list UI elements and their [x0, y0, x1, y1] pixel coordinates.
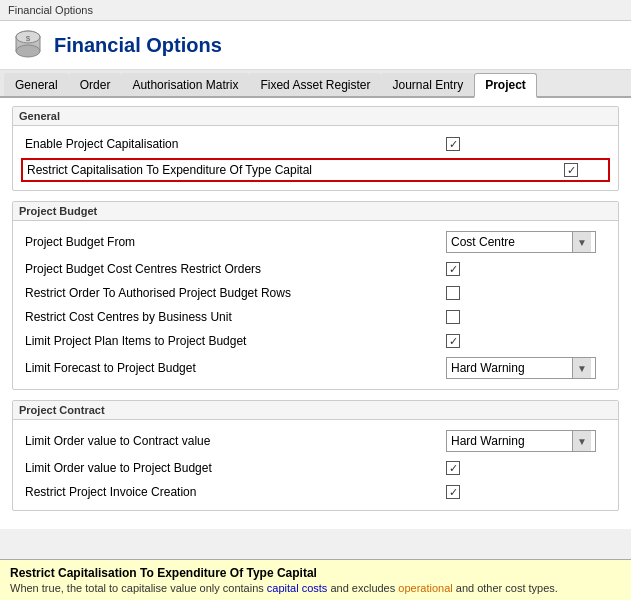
tooltip-title: Restrict Capitalisation To Expenditure O…	[10, 566, 621, 580]
project-budget-from-row: Project Budget From Cost Centre ▼	[25, 227, 606, 257]
limit-forecast-label: Limit Forecast to Project Budget	[25, 361, 446, 375]
project-budget-from-arrow: ▼	[572, 232, 591, 252]
cost-centres-restrict-orders-control	[446, 262, 606, 276]
cost-centres-restrict-orders-row: Project Budget Cost Centres Restrict Ord…	[25, 257, 606, 281]
financial-options-icon: $	[12, 29, 44, 61]
limit-project-plan-row: Limit Project Plan Items to Project Budg…	[25, 329, 606, 353]
limit-order-contract-label: Limit Order value to Contract value	[25, 434, 446, 448]
project-budget-section: Project Budget Project Budget From Cost …	[12, 201, 619, 390]
tab-fixed-asset-register[interactable]: Fixed Asset Register	[249, 73, 381, 96]
project-contract-section-content: Limit Order value to Contract value Hard…	[13, 420, 618, 510]
limit-order-contract-value: Hard Warning	[451, 434, 572, 448]
restrict-cost-centres-business-checkbox[interactable]	[446, 310, 460, 324]
limit-order-contract-arrow: ▼	[572, 431, 591, 451]
content-area: General Enable Project Capitalisation Re…	[0, 98, 631, 529]
cost-centres-restrict-orders-checkbox[interactable]	[446, 262, 460, 276]
limit-order-project-budget-label: Limit Order value to Project Budget	[25, 461, 446, 475]
general-section-title: General	[13, 107, 618, 126]
tab-order[interactable]: Order	[69, 73, 122, 96]
page-title: Financial Options	[54, 34, 222, 57]
restrict-cost-centres-business-control	[446, 310, 606, 324]
restrict-cost-centres-business-row: Restrict Cost Centres by Business Unit	[25, 305, 606, 329]
restrict-project-invoice-checkbox[interactable]	[446, 485, 460, 499]
limit-project-plan-label: Limit Project Plan Items to Project Budg…	[25, 334, 446, 348]
limit-order-contract-dropdown[interactable]: Hard Warning ▼	[446, 430, 596, 452]
cost-centres-restrict-orders-label: Project Budget Cost Centres Restrict Ord…	[25, 262, 446, 276]
restrict-capitalisation-row: Restrict Capitalisation To Expenditure O…	[21, 158, 610, 182]
enable-project-capitalisation-row: Enable Project Capitalisation	[25, 132, 606, 156]
restrict-capitalisation-control	[564, 163, 604, 177]
tab-authorisation-matrix[interactable]: Authorisation Matrix	[121, 73, 249, 96]
limit-order-project-budget-row: Limit Order value to Project Budget	[25, 456, 606, 480]
svg-point-2	[16, 45, 40, 57]
project-budget-from-label: Project Budget From	[25, 235, 446, 249]
limit-forecast-dropdown[interactable]: Hard Warning ▼	[446, 357, 596, 379]
project-contract-section: Project Contract Limit Order value to Co…	[12, 400, 619, 511]
project-contract-section-title: Project Contract	[13, 401, 618, 420]
tab-journal-entry[interactable]: Journal Entry	[381, 73, 474, 96]
title-bar: Financial Options	[0, 0, 631, 21]
project-budget-section-content: Project Budget From Cost Centre ▼ Projec…	[13, 221, 618, 389]
limit-order-contract-row: Limit Order value to Contract value Hard…	[25, 426, 606, 456]
restrict-project-invoice-label: Restrict Project Invoice Creation	[25, 485, 446, 499]
project-budget-section-title: Project Budget	[13, 202, 618, 221]
limit-forecast-row: Limit Forecast to Project Budget Hard Wa…	[25, 353, 606, 383]
tooltip-body: When true, the total to capitalise value…	[10, 582, 621, 594]
enable-project-capitalisation-control	[446, 137, 606, 151]
tab-general[interactable]: General	[4, 73, 69, 96]
limit-forecast-value: Hard Warning	[451, 361, 572, 375]
tooltip-text-orange: operational	[398, 582, 452, 594]
tooltip-text-1: When true, the total to capitalise value…	[10, 582, 267, 594]
restrict-capitalisation-checkbox[interactable]	[564, 163, 578, 177]
tabs-container: General Order Authorisation Matrix Fixed…	[0, 70, 631, 98]
limit-project-plan-checkbox[interactable]	[446, 334, 460, 348]
header: $ Financial Options	[0, 21, 631, 70]
restrict-order-authorised-control	[446, 286, 606, 300]
restrict-project-invoice-control	[446, 485, 606, 499]
limit-order-project-budget-control	[446, 461, 606, 475]
restrict-order-authorised-row: Restrict Order To Authorised Project Bud…	[25, 281, 606, 305]
enable-project-capitalisation-checkbox[interactable]	[446, 137, 460, 151]
main-container: $ Financial Options General Order Author…	[0, 21, 631, 529]
restrict-order-authorised-checkbox[interactable]	[446, 286, 460, 300]
limit-forecast-control: Hard Warning ▼	[446, 357, 606, 379]
limit-order-project-budget-checkbox[interactable]	[446, 461, 460, 475]
tab-project[interactable]: Project	[474, 73, 537, 98]
project-budget-from-value: Cost Centre	[451, 235, 572, 249]
svg-text:$: $	[26, 34, 31, 43]
project-budget-from-control: Cost Centre ▼	[446, 231, 606, 253]
general-section: General Enable Project Capitalisation Re…	[12, 106, 619, 191]
tooltip-text-2: and excludes	[327, 582, 398, 594]
enable-project-capitalisation-label: Enable Project Capitalisation	[25, 137, 446, 151]
tooltip-text-blue: capital costs	[267, 582, 328, 594]
limit-order-contract-control: Hard Warning ▼	[446, 430, 606, 452]
restrict-order-authorised-label: Restrict Order To Authorised Project Bud…	[25, 286, 446, 300]
tooltip-bar: Restrict Capitalisation To Expenditure O…	[0, 559, 631, 600]
restrict-capitalisation-label: Restrict Capitalisation To Expenditure O…	[27, 163, 564, 177]
general-section-content: Enable Project Capitalisation Restrict C…	[13, 126, 618, 190]
project-budget-from-dropdown[interactable]: Cost Centre ▼	[446, 231, 596, 253]
restrict-project-invoice-row: Restrict Project Invoice Creation	[25, 480, 606, 504]
tooltip-text-3: and other cost types.	[453, 582, 558, 594]
limit-project-plan-control	[446, 334, 606, 348]
title-bar-text: Financial Options	[8, 4, 93, 16]
restrict-cost-centres-business-label: Restrict Cost Centres by Business Unit	[25, 310, 446, 324]
limit-forecast-arrow: ▼	[572, 358, 591, 378]
